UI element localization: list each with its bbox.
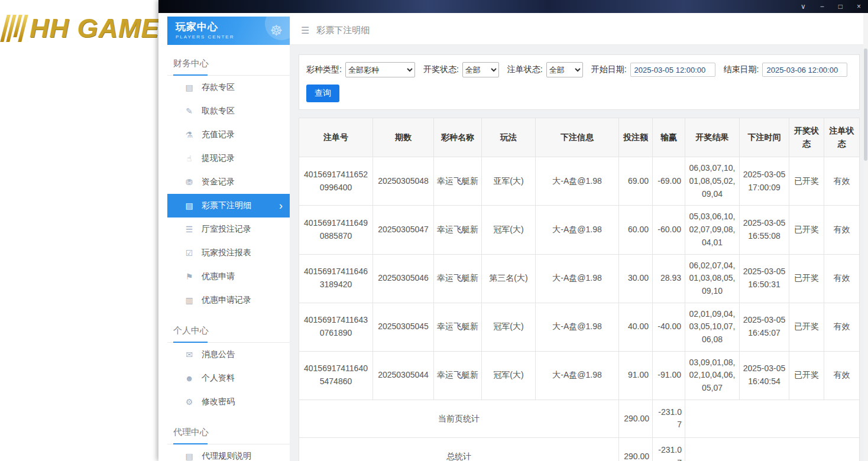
sidebar-item-promo-apply[interactable]: ⚑优惠申请 <box>167 265 290 288</box>
table-cell: 大-A盘@1.98 <box>536 254 619 303</box>
table-cell: 401569174116490885870 <box>299 206 373 254</box>
sidebar-title: 玩家中心 <box>176 22 234 33</box>
summary-bet-total: 290.00 <box>619 400 653 437</box>
table-cell: 有效 <box>824 206 860 254</box>
table-header-cell: 开奖状态 <box>789 118 824 157</box>
withdrawal-record-icon: ☝ <box>184 154 195 163</box>
table-cell: 06,02,07,04,01,03,08,05,09,10 <box>685 254 740 303</box>
bell-icon: ✉ <box>184 350 195 359</box>
sidebar-item-deposit[interactable]: ▤存款专区 <box>167 76 290 99</box>
page-title: 彩票下注明细 <box>316 25 370 36</box>
table-cell: 30.00 <box>619 254 653 303</box>
document-icon: ▤ <box>184 452 195 461</box>
table-cell: -91.00 <box>653 351 685 400</box>
sidebar-item-gear[interactable]: ⚙修改密码 <box>167 390 290 414</box>
funds-record-icon: ⛃ <box>184 177 195 187</box>
sidebar-item-bell[interactable]: ✉消息公告 <box>167 343 290 366</box>
filter-row: 彩种类型: 全部彩种 开奖状态: 全部 注单状态: 全部 开始日期: <box>306 62 852 77</box>
sidebar-item-label: 提现记录 <box>202 153 235 164</box>
sidebar-item-label: 修改密码 <box>202 397 235 407</box>
summary-winloss-total: -231.07 <box>653 438 685 461</box>
table-cell: 06,03,07,10,01,08,05,02,09,04 <box>685 157 740 206</box>
sidebar-section-title: 财务中心 <box>167 53 290 76</box>
brand-logo: HH GAME <box>4 13 158 44</box>
table-panel: 注单号期数彩种名称玩法下注信息投注额输赢开奖结果下注时间开奖状态注单状态4015… <box>299 118 860 461</box>
players-center-icon: ☸ <box>270 22 283 39</box>
summary-row: 总统计290.00-231.07 <box>299 438 860 461</box>
table-cell: 91.00 <box>619 351 653 400</box>
menu-toggle-icon[interactable]: ☰ <box>301 25 309 36</box>
table-header-cell: 期数 <box>373 118 434 157</box>
table-row: 40156917411643076189020250305045幸运飞艇新冠军(… <box>299 303 860 351</box>
page-header: ☰ 彩票下注明细 <box>290 17 868 45</box>
table-cell: -69.00 <box>653 157 685 206</box>
window-titlebar: ∨ − □ × <box>158 0 868 13</box>
table-cell: 05,03,06,10,02,07,09,08,04,01 <box>685 206 740 254</box>
window-close-button[interactable]: × <box>857 3 861 10</box>
logo-text: HH GAME <box>30 13 158 44</box>
sidebar-section-title: 代理中心 <box>167 422 290 444</box>
sidebar-item-player-bet-report[interactable]: ☑玩家投注报表 <box>167 241 290 265</box>
table-cell: 幸运飞艇新 <box>434 303 482 351</box>
sidebar-subtitle: PLAYERS CENTER <box>176 34 234 40</box>
lottery-bet-detail-icon: ▤ <box>184 201 195 210</box>
sidebar-item-withdrawal-record[interactable]: ☝提现记录 <box>167 147 290 170</box>
window-minimize-button[interactable]: − <box>820 3 824 10</box>
summary-bet-total: 290.00 <box>619 438 653 461</box>
sidebar-menu: 财务中心▤存款专区✎取款专区⚗充值记录☝提现记录⛃资金记录▤彩票下注明细›☰厅室… <box>167 53 290 461</box>
table-cell: -60.00 <box>653 206 685 254</box>
table-cell: 20250305047 <box>373 206 434 254</box>
table-cell: 2025-03-05 16:50:31 <box>740 254 789 303</box>
sidebar-item-funds-record[interactable]: ⛃资金记录 <box>167 170 290 194</box>
bet-status-select[interactable]: 全部 <box>546 62 583 77</box>
table-cell: 20250305046 <box>373 254 434 303</box>
lottery-type-select[interactable]: 全部彩种 <box>345 62 415 77</box>
window-scrollbar[interactable] <box>863 13 868 461</box>
table-cell: 有效 <box>824 351 860 400</box>
table-cell: 401569174116405474860 <box>299 351 373 400</box>
summary-empty-cell <box>685 400 860 437</box>
sidebar-item-withdraw[interactable]: ✎取款专区 <box>167 99 290 123</box>
sidebar-item-label: 优惠申请记录 <box>202 295 251 306</box>
table-row: 40156917411646318942020250305046幸运飞艇新第三名… <box>299 254 860 303</box>
bets-table: 注单号期数彩种名称玩法下注信息投注额输赢开奖结果下注时间开奖状态注单状态4015… <box>299 118 860 461</box>
end-date-label: 结束日期: <box>724 64 759 75</box>
table-header-cell: 下注时间 <box>740 118 789 157</box>
sidebar-item-document[interactable]: ▤代理规则说明 <box>167 444 290 461</box>
window-maximize-button[interactable]: □ <box>838 3 843 10</box>
start-date-input[interactable] <box>630 63 715 77</box>
sidebar-item-label: 优惠申请 <box>202 271 235 282</box>
sidebar-item-hall-bet-record[interactable]: ☰厅室投注记录 <box>167 217 290 241</box>
sidebar-item-lottery-bet-detail[interactable]: ▤彩票下注明细› <box>167 194 290 217</box>
scrollbar-thumb[interactable] <box>864 48 867 161</box>
end-date-input[interactable] <box>762 63 847 77</box>
start-date-label: 开始日期: <box>591 64 627 75</box>
sidebar-item-label: 个人资料 <box>202 373 235 384</box>
table-header-row: 注单号期数彩种名称玩法下注信息投注额输赢开奖结果下注时间开奖状态注单状态 <box>299 118 860 157</box>
table-header-cell: 彩种名称 <box>434 118 482 157</box>
lottery-type-label: 彩种类型: <box>306 64 342 75</box>
sidebar-item-user[interactable]: ☻个人资料 <box>167 366 290 390</box>
window-dropdown-icon[interactable]: ∨ <box>801 3 806 10</box>
table-cell: 20250305048 <box>373 157 434 206</box>
sidebar-item-recharge-record[interactable]: ⚗充值记录 <box>167 123 290 147</box>
table-header-cell: 注单号 <box>299 118 373 157</box>
search-button[interactable]: 查询 <box>306 85 339 102</box>
table-cell: 2025-03-05 16:45:07 <box>740 303 789 351</box>
draw-status-label: 开奖状态: <box>423 64 459 75</box>
sidebar-header-text: 玩家中心 PLAYERS CENTER <box>176 22 234 40</box>
table-cell: 已开奖 <box>789 254 824 303</box>
table-cell: 已开奖 <box>789 206 824 254</box>
sidebar-item-label: 资金记录 <box>202 177 235 187</box>
sidebar-item-label: 取款专区 <box>202 106 235 116</box>
table-cell: 幸运飞艇新 <box>434 157 482 206</box>
summary-empty-cell <box>685 438 860 461</box>
table-cell: 冠军(大) <box>482 303 536 351</box>
sidebar-item-promo-apply-record[interactable]: ▥优惠申请记录 <box>167 288 290 312</box>
filter-actions: 查询 <box>306 85 852 102</box>
table-cell: 亚军(大) <box>482 157 536 206</box>
logo-bars-icon <box>0 15 28 42</box>
sidebar-item-label: 消息公告 <box>202 349 235 360</box>
table-cell: 28.93 <box>653 254 685 303</box>
draw-status-select[interactable]: 全部 <box>462 62 499 77</box>
